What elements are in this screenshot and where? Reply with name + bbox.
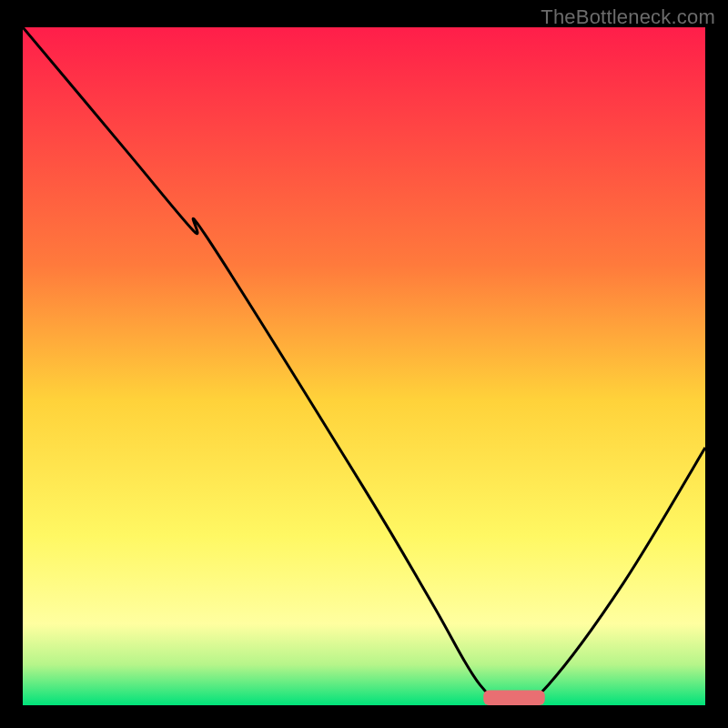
watermark-text: TheBottleneck.com: [541, 5, 715, 29]
chart-frame: TheBottleneck.com: [0, 0, 728, 728]
gradient-background: [23, 27, 705, 705]
bottleneck-chart: [0, 0, 728, 728]
optimal-range-marker: [483, 691, 545, 705]
